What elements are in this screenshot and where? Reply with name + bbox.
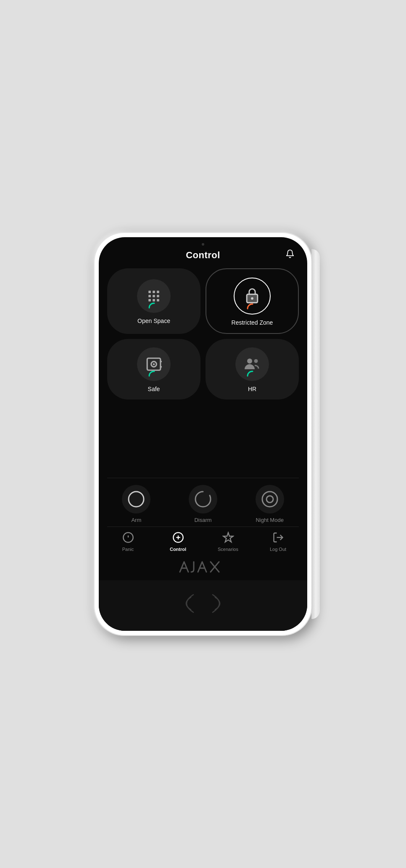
safe-label: Safe: [148, 385, 160, 393]
control-row: Arm Disarm Night Mode: [99, 478, 307, 527]
logout-icon: [271, 530, 285, 545]
arm-circle: [122, 485, 150, 513]
device-screen: Control: [99, 237, 307, 631]
open-space-status-arc: [148, 300, 160, 310]
page-title: Control: [186, 250, 220, 261]
control-icon: [171, 530, 185, 545]
hr-label: HR: [248, 385, 256, 393]
arm-button[interactable]: Arm: [122, 485, 150, 523]
nav-scenarios[interactable]: Scenarios: [216, 530, 241, 552]
svg-rect-1: [153, 291, 155, 293]
nfc-waves: [178, 593, 228, 614]
panic-label: Panic: [122, 547, 134, 552]
safe-status-arc: [148, 368, 160, 378]
zone-icon-circle-safe: [137, 347, 171, 381]
open-space-label: Open Space: [137, 317, 170, 325]
svg-point-20: [266, 496, 273, 503]
nfc-wave-left: [178, 593, 197, 614]
disarm-label: Disarm: [194, 517, 211, 523]
disarm-button[interactable]: Disarm: [189, 485, 217, 523]
night-mode-label: Night Mode: [256, 517, 283, 523]
zone-icon-circle-restricted: [234, 278, 271, 315]
nav-logout[interactable]: Log Out: [266, 530, 291, 552]
bottom-nav: Panic Control Scenario: [99, 527, 307, 558]
night-mode-circle: [256, 485, 284, 513]
nav-control[interactable]: Control: [166, 530, 191, 552]
scenarios-label: Scenarios: [218, 547, 238, 552]
svg-rect-3: [148, 295, 151, 297]
svg-point-18: [129, 492, 144, 507]
nfc-area: [99, 580, 307, 631]
zones-grid: Open Space: [107, 268, 299, 400]
arm-label: Arm: [131, 517, 141, 523]
zone-card-open-space[interactable]: Open Space: [107, 268, 200, 334]
panic-icon: [121, 530, 135, 545]
svg-point-19: [262, 492, 277, 507]
ajax-logo: [178, 560, 228, 576]
restricted-zone-label: Restricted Zone: [232, 319, 273, 326]
nav-panic[interactable]: Panic: [116, 530, 141, 552]
nfc-wave-right: [209, 593, 228, 614]
svg-rect-0: [148, 291, 151, 293]
zones-section: Open Space: [99, 264, 307, 478]
night-mode-button[interactable]: Night Mode: [256, 485, 284, 523]
svg-point-17: [254, 359, 258, 363]
control-nav-label: Control: [170, 547, 186, 552]
hr-status-arc: [246, 368, 258, 378]
zone-card-hr[interactable]: HR: [206, 339, 299, 400]
zone-card-restricted-zone[interactable]: Restricted Zone: [206, 268, 299, 334]
svg-rect-5: [157, 295, 159, 297]
device-wrapper: Control: [94, 232, 312, 636]
logout-label: Log Out: [270, 547, 286, 552]
zone-icon-circle-hr: [235, 347, 269, 381]
header: Control: [99, 246, 307, 264]
zone-card-safe[interactable]: Safe: [107, 339, 200, 400]
scenarios-icon: [221, 530, 235, 545]
bell-icon[interactable]: [285, 249, 295, 261]
disarm-circle: [189, 485, 217, 513]
svg-point-13: [153, 363, 155, 365]
svg-point-10: [251, 297, 253, 300]
ajax-logo-area: [99, 558, 307, 580]
svg-point-16: [247, 359, 252, 364]
svg-rect-2: [157, 291, 159, 293]
restricted-zone-status-arc: [246, 301, 258, 311]
svg-rect-4: [153, 295, 155, 297]
zone-icon-circle-open-space: [137, 279, 171, 313]
